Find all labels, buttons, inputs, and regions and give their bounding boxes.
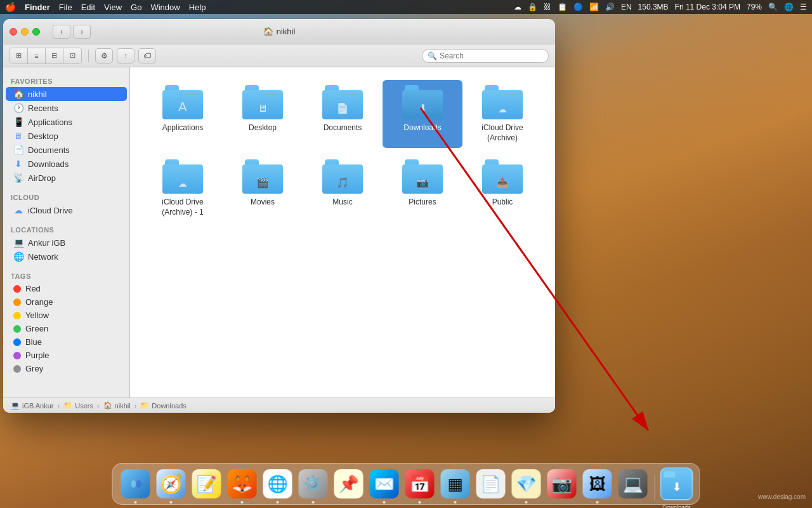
folder-movies-icon: 🎬	[242, 159, 283, 194]
menubar-datetime: Fri 11 Dec 3:04 PM	[675, 3, 740, 11]
sidebar-item-ankur-igb[interactable]: 💻 Ankur iGB	[6, 236, 127, 250]
breadcrumb-igb-ankur[interactable]: 💻 iGB Ankur	[11, 401, 54, 410]
dock-item-systemprefs[interactable]: ⚙️	[297, 467, 330, 500]
firefox-dock-icon: 🦊	[228, 469, 257, 498]
sidebar-item-nikhil[interactable]: 🏠 nikhil	[6, 87, 127, 101]
sidebar-item-recents[interactable]: 🕐 Recents	[6, 101, 127, 115]
folder-desktop[interactable]: 🖥 Desktop	[223, 80, 303, 148]
menubar-search[interactable]: 🔍	[768, 3, 778, 11]
folder-applications[interactable]: A Applications	[143, 80, 223, 148]
traffic-lights	[10, 28, 40, 36]
folder-icloud-archive-1[interactable]: ☁ iCloud Drive (Archive) - 1	[143, 154, 223, 222]
menubar-siri[interactable]: 🌐	[784, 3, 794, 11]
folder-music-icon: 🎵	[322, 159, 363, 194]
menubar-view[interactable]: View	[104, 3, 122, 12]
sidebar-item-grey[interactable]: Grey	[6, 362, 127, 375]
menubar-help[interactable]: Help	[189, 3, 206, 12]
sidebar-item-purple[interactable]: Purple	[6, 349, 127, 362]
view-column-btn[interactable]: ⊟	[46, 48, 63, 64]
folder-public[interactable]: 📤 Public	[462, 154, 542, 222]
breadcrumb-sep-3: ›	[134, 402, 137, 410]
menubar-wifi[interactable]: 📶	[589, 3, 599, 11]
view-icon-btn[interactable]: ⊞	[10, 48, 28, 64]
apple-menu[interactable]: 🍎	[5, 2, 16, 12]
menubar-language[interactable]: EN	[621, 3, 632, 11]
dock-item-safari[interactable]: 🧭	[155, 467, 188, 500]
menubar-go[interactable]: Go	[131, 3, 141, 12]
sidebar-item-airdrop[interactable]: 📡 AirDrop	[6, 171, 127, 185]
dock-item-airmail[interactable]: ✉️	[368, 467, 401, 500]
maximize-button[interactable]	[32, 28, 40, 36]
menubar-notification[interactable]: ☰	[800, 3, 807, 11]
sidebar-item-desktop[interactable]: 🖥 Desktop	[6, 129, 127, 143]
action-button[interactable]: ⚙	[95, 48, 113, 64]
back-button[interactable]: ‹	[53, 25, 70, 39]
dock-item-screenium[interactable]: 💻	[617, 467, 650, 500]
menubar-finder[interactable]: Finder	[25, 3, 50, 12]
menubar-volume[interactable]: 🔊	[605, 3, 615, 11]
dock-item-fantastical[interactable]: 📅	[403, 467, 436, 500]
sidebar-item-network[interactable]: 🌐 Network	[6, 250, 127, 264]
search-bar[interactable]: 🔍	[422, 49, 549, 63]
breadcrumb-users[interactable]: 📁 Users	[63, 401, 93, 410]
sidebar-locations-header: Locations	[3, 222, 129, 236]
sidebar-item-applications[interactable]: 📱 Applications	[6, 115, 127, 129]
chrome-dock-icon: 🌐	[263, 469, 292, 498]
screenium-dock-icon: 💻	[619, 469, 648, 498]
dock-item-sketch[interactable]: 💎	[510, 467, 543, 500]
dock-item-firefox[interactable]: 🦊	[226, 467, 259, 500]
folder-pictures[interactable]: 📷 Pictures	[383, 154, 462, 222]
menubar-vpn: 🔒	[528, 3, 537, 11]
view-list-btn[interactable]: ≡	[28, 48, 46, 64]
menubar-file[interactable]: File	[59, 3, 72, 12]
photobooth-dock-icon: 📷	[547, 469, 577, 498]
folder-music[interactable]: 🎵 Music	[303, 154, 383, 222]
sidebar-item-orange[interactable]: Orange	[6, 295, 127, 309]
menubar-bluetooth[interactable]: 🔵	[573, 3, 583, 11]
tag-button[interactable]: 🏷	[138, 48, 156, 64]
menubar-clipboard: 📋	[558, 3, 567, 11]
folder-icloud-icon: ☁	[482, 85, 523, 119]
computer-icon: 💻	[13, 237, 23, 248]
forward-button[interactable]: ›	[73, 25, 91, 39]
applications-icon: 📱	[13, 117, 23, 127]
dock-item-photobooth[interactable]: 📷	[546, 467, 579, 500]
dock-item-downloads[interactable]: ⬇ Downloads	[660, 467, 693, 500]
orange-tag-dot	[13, 298, 21, 306]
folder-music-label: Music	[332, 197, 352, 208]
grids-dock-icon: ▦	[441, 469, 470, 498]
docs-overlay-icon: 📄	[336, 102, 349, 114]
dock-item-stickies[interactable]: 📌	[332, 467, 365, 500]
dock-item-notes[interactable]: 📝	[190, 467, 223, 500]
sidebar-item-yellow[interactable]: Yellow	[6, 309, 127, 322]
folder-downloads[interactable]: ⬇ Downloads	[383, 80, 462, 148]
menubar-window[interactable]: Window	[150, 3, 180, 12]
sidebar-item-green[interactable]: Green	[6, 322, 127, 335]
breadcrumb-downloads[interactable]: 📁 Downloads	[140, 401, 186, 410]
sidebar-item-red[interactable]: Red	[6, 282, 127, 295]
folder-documents[interactable]: 📄 Documents	[303, 80, 383, 148]
dock-item-finder[interactable]	[119, 467, 152, 500]
breadcrumb-nikhil[interactable]: 🏠 nikhil	[103, 401, 131, 410]
sidebar-nikhil-label: nikhil	[28, 90, 47, 99]
sidebar-item-blue[interactable]: Blue	[6, 335, 127, 349]
sidebar-item-documents[interactable]: 📄 Documents	[6, 143, 127, 157]
folder-public-icon: 📤	[482, 159, 523, 194]
search-icon: 🔍	[428, 51, 437, 60]
dock-item-quicklook[interactable]: 📄	[475, 467, 508, 500]
search-input[interactable]	[440, 51, 541, 60]
sidebar-item-downloads[interactable]: ⬇ Downloads	[6, 157, 127, 171]
folder-movies[interactable]: 🎬 Movies	[223, 154, 303, 222]
menubar-edit[interactable]: Edit	[81, 3, 95, 12]
dock-item-preview[interactable]: 🖼	[581, 467, 614, 500]
sidebar-item-icloud-drive[interactable]: ☁ iCloud Drive	[6, 203, 127, 217]
dock-item-grids[interactable]: ▦	[439, 467, 472, 500]
view-gallery-btn[interactable]: ⊡	[63, 48, 81, 64]
dock-item-chrome[interactable]: 🌐	[261, 467, 294, 500]
close-button[interactable]	[10, 28, 17, 36]
share-button[interactable]: ↑	[117, 48, 134, 64]
movies-overlay-icon: 🎬	[256, 177, 269, 189]
download-overlay-icon: ⬇	[419, 102, 427, 114]
folder-icloud-archive[interactable]: ☁ iCloud Drive (Archive)	[462, 80, 542, 148]
minimize-button[interactable]	[21, 28, 29, 36]
